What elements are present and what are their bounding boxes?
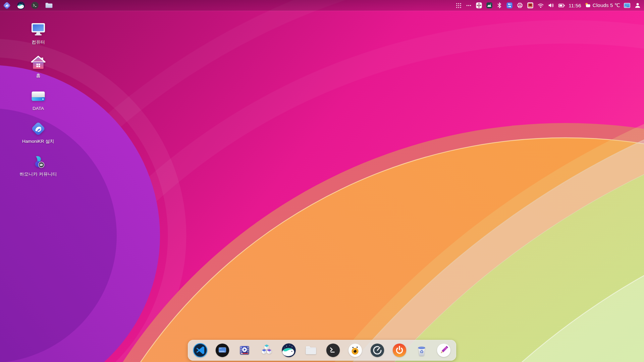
desktop-icon-label: DATA	[33, 106, 44, 111]
hard-drive-icon	[30, 87, 47, 105]
dock-item-whale-browser[interactable]	[281, 343, 297, 358]
dock-item-terminal[interactable]	[325, 343, 341, 358]
home-icon	[30, 54, 47, 72]
hamonikr-menu-button[interactable]	[3, 1, 11, 10]
dock-item-power[interactable]	[392, 343, 407, 358]
screen-capture-button[interactable]	[527, 2, 534, 9]
weather-applet[interactable]: Clouds 5 ℃	[584, 2, 620, 9]
folder-icon	[303, 343, 319, 358]
desktop-icon-label: 하모니카 커뮤니티	[19, 171, 57, 177]
wifi-button[interactable]	[537, 2, 544, 9]
desktop-icon-community-link[interactable]: 하모니카 커뮤니티	[13, 153, 63, 177]
desktop-icon-label: 컴퓨터	[32, 39, 45, 45]
terminal-icon	[325, 343, 341, 358]
trash-icon: ♻	[414, 343, 429, 358]
hamonikr-installer-icon	[30, 120, 47, 137]
display-icon	[623, 2, 631, 9]
input-switcher-button[interactable]	[475, 2, 483, 9]
desktop-icon-label: 홈	[36, 73, 41, 79]
power-icon	[392, 343, 407, 358]
files-launcher[interactable]	[45, 1, 53, 10]
dock: ♻	[188, 340, 456, 361]
overflow-menu-button[interactable]	[465, 2, 472, 9]
sync-app-button[interactable]	[506, 2, 513, 9]
dock-item-owl-app[interactable]	[347, 343, 363, 358]
weather-text: Clouds 5 ℃	[593, 2, 620, 8]
desktop-icon-hamonikr-installer[interactable]: HamoniKR 설치	[13, 120, 63, 144]
capture-icon	[527, 2, 534, 9]
move-arrows-icon	[475, 2, 483, 9]
display-settings-button[interactable]	[623, 2, 631, 9]
app-grid-icon	[455, 2, 462, 9]
pencil-icon	[436, 343, 451, 358]
terminal-launcher[interactable]	[31, 1, 39, 9]
computer-icon	[30, 21, 47, 38]
bluetooth-button[interactable]	[496, 2, 503, 9]
user-account-button[interactable]	[634, 2, 641, 9]
owl-face-icon	[347, 343, 363, 358]
wifi-icon	[537, 2, 544, 9]
wave-monitor-icon	[486, 2, 493, 9]
panel-left-launchers	[3, 1, 53, 10]
keyboard-viewer-icon	[215, 343, 230, 358]
whale-browser-icon	[17, 1, 25, 10]
folder-icon	[45, 1, 53, 10]
gauge-icon	[370, 343, 385, 358]
dock-item-media-player[interactable]	[237, 343, 252, 358]
user-icon	[634, 2, 641, 9]
panel-system-tray: 11:56 Clouds 5 ℃	[455, 2, 641, 9]
dock-item-file-manager[interactable]	[303, 343, 319, 358]
dock-item-cubes-app[interactable]	[259, 343, 274, 358]
vscode-icon	[193, 343, 208, 358]
cubes-icon	[259, 343, 274, 358]
whale-browser-launcher[interactable]	[17, 1, 25, 10]
top-panel: 11:56 Clouds 5 ℃	[0, 0, 644, 11]
dock-item-keyboard-viewer[interactable]	[215, 343, 230, 358]
dock-item-text-editor[interactable]	[436, 343, 451, 358]
wallpaper	[0, 0, 644, 362]
blue-app-icon	[506, 2, 513, 9]
whale-browser-icon	[281, 343, 297, 358]
terminal-icon	[31, 1, 39, 9]
battery-button[interactable]	[558, 2, 566, 9]
hamonikr-menu-icon	[3, 1, 11, 10]
desktop-icon-computer[interactable]: 컴퓨터	[13, 21, 63, 45]
weather-cloud-icon	[584, 2, 592, 9]
printer-icon	[516, 2, 524, 9]
desktop-icon-label: HamoniKR 설치	[22, 138, 54, 144]
dock-item-vscode[interactable]	[193, 343, 208, 358]
volume-icon	[547, 2, 555, 9]
volume-button[interactable]	[547, 2, 555, 9]
app-grid-button[interactable]	[455, 2, 462, 9]
desktop-icon-home[interactable]: 홈	[13, 54, 63, 79]
community-link-icon	[30, 153, 47, 170]
system-monitor-tray-button[interactable]	[486, 2, 493, 9]
dock-item-system-gauge[interactable]	[370, 343, 385, 358]
clock[interactable]: 11:56	[569, 3, 581, 8]
media-player-icon	[237, 343, 252, 358]
ellipsis-icon	[465, 2, 472, 9]
dock-item-trash[interactable]: ♻	[414, 343, 429, 358]
desktop-icon-data-drive[interactable]: DATA	[13, 87, 63, 111]
printer-button[interactable]	[516, 2, 524, 9]
battery-icon	[558, 2, 566, 9]
desktop: 11:56 Clouds 5 ℃	[0, 0, 644, 362]
svg-text:♻: ♻	[420, 349, 424, 354]
bluetooth-icon	[496, 2, 503, 9]
